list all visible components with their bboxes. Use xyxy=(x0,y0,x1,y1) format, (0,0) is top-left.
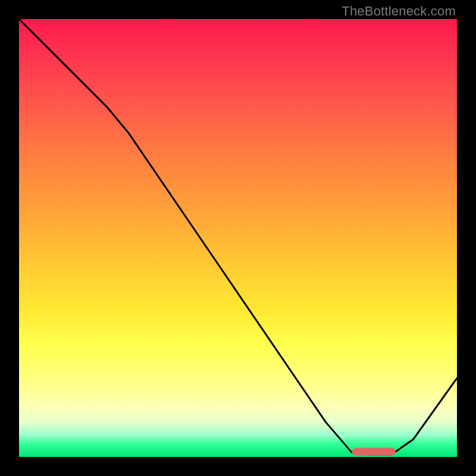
chart-svg xyxy=(19,19,457,457)
optimal-zone-marker xyxy=(352,448,396,456)
watermark-text: TheBottleneck.com xyxy=(342,4,456,19)
curve-path xyxy=(19,19,457,455)
chart-area xyxy=(19,19,457,457)
